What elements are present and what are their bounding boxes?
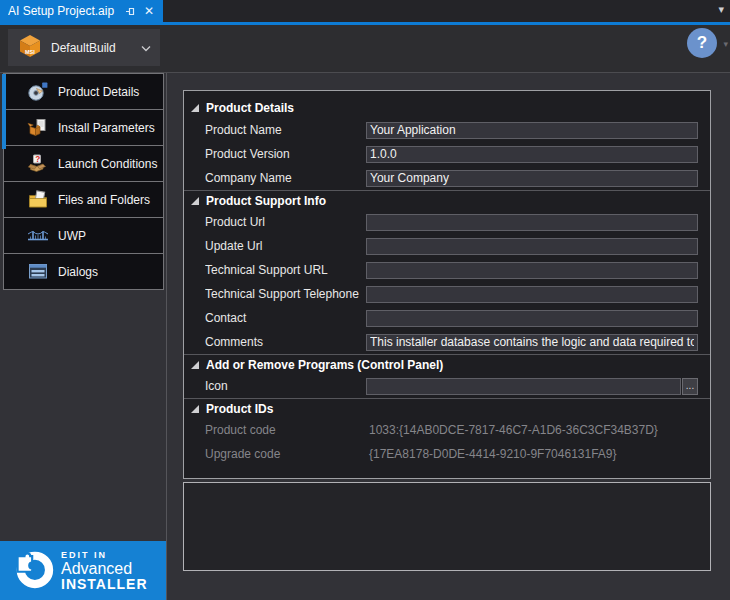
- property-row-product-url: Product Url: [184, 210, 710, 234]
- property-row-comments: Comments: [184, 330, 710, 354]
- dialog-window-icon: [27, 262, 49, 282]
- product-url-input[interactable]: [366, 214, 698, 231]
- badge-text: EDIT IN Advanced INSTALLER: [61, 550, 148, 591]
- folder-icon: [27, 190, 49, 210]
- property-label: Upgrade code: [205, 447, 366, 461]
- contact-input[interactable]: [366, 310, 698, 327]
- close-icon[interactable]: ✕: [142, 4, 156, 18]
- badge-installer: INSTALLER: [61, 577, 148, 591]
- property-field: 1033:{14AB0DCE-7817-46C7-A1D6-36C3CF34B3…: [366, 423, 698, 437]
- group-header-product-ids[interactable]: Product IDs: [184, 398, 710, 418]
- msi-package-icon: MSI: [17, 33, 43, 62]
- product-version-input[interactable]: [366, 146, 698, 163]
- property-label: Update Url: [205, 239, 366, 253]
- sidebar-item-dialogs[interactable]: Dialogs: [3, 253, 164, 290]
- main-area: Product DetailsInstall Parameters?Launch…: [0, 73, 730, 600]
- browse-button[interactable]: ...: [682, 378, 698, 395]
- tab-ai-setup-project[interactable]: AI Setup Project.aip ✕: [0, 0, 163, 22]
- property-label: Product code: [205, 423, 366, 437]
- sidebar-item-label: Product Details: [58, 85, 139, 99]
- collapse-triangle-icon: [191, 361, 199, 369]
- property-label: Technical Support Telephone: [205, 287, 366, 301]
- property-grid: Product DetailsProduct NameProduct Versi…: [183, 90, 711, 479]
- install-box-icon: [27, 118, 49, 138]
- property-row-product-version: Product Version: [184, 142, 710, 166]
- collapse-triangle-icon: [191, 104, 199, 112]
- property-row-product-name: Product Name: [184, 118, 710, 142]
- group-header-product-support-info[interactable]: Product Support Info: [184, 190, 710, 210]
- comments-input[interactable]: [366, 334, 698, 351]
- property-field: ...: [366, 378, 698, 395]
- advanced-installer-logo-icon: [13, 548, 55, 593]
- sidebar-item-uwp[interactable]: UWP: [3, 217, 164, 254]
- content-area: Product DetailsProduct NameProduct Versi…: [167, 73, 730, 600]
- technical-support-url-input[interactable]: [366, 262, 698, 279]
- sidebar-item-label: Launch Conditions: [58, 157, 157, 171]
- description-box: [183, 482, 711, 571]
- property-row-company-name: Company Name: [184, 166, 710, 190]
- help-menu-chevron-icon[interactable]: ▾: [723, 39, 728, 49]
- sidebar-item-label: UWP: [58, 229, 86, 243]
- property-row-upgrade-code: Upgrade code{17EA8178-D0DE-4414-9210-9F7…: [184, 442, 710, 466]
- icon-input[interactable]: [366, 378, 681, 395]
- property-field: [366, 286, 698, 303]
- property-row-icon: Icon...: [184, 374, 710, 398]
- property-label: Icon: [205, 379, 366, 393]
- selected-page-accent: [2, 74, 6, 149]
- property-row-product-code: Product code1033:{14AB0DCE-7817-46C7-A1D…: [184, 418, 710, 442]
- build-selector-value: DefaultBuild: [51, 41, 141, 55]
- update-url-input[interactable]: [366, 238, 698, 255]
- group-title: Product IDs: [206, 402, 273, 416]
- product-details-disc-icon: [27, 82, 49, 102]
- sidebar-item-label: Install Parameters: [58, 121, 155, 135]
- company-name-input[interactable]: [366, 170, 698, 187]
- readonly-value: 1033:{14AB0DCE-7817-46C7-A1D6-36C3CF34B3…: [366, 423, 658, 437]
- launch-conditions-box-icon: ?: [27, 154, 49, 174]
- tab-list-chevron-icon[interactable]: ▾: [718, 3, 724, 16]
- readonly-value: {17EA8178-D0DE-4414-9210-9F7046131FA9}: [366, 447, 617, 461]
- property-label: Product Version: [205, 147, 366, 161]
- property-label: Product Name: [205, 123, 366, 137]
- property-field: [366, 262, 698, 279]
- group-title: Add or Remove Programs (Control Panel): [206, 358, 443, 372]
- chevron-down-icon: [141, 41, 151, 55]
- sidebar-item-launch-conditions[interactable]: ?Launch Conditions: [3, 145, 164, 182]
- sidebar-item-label: Dialogs: [58, 265, 98, 279]
- badge-advanced: Advanced: [61, 561, 148, 577]
- property-label: Product Url: [205, 215, 366, 229]
- tab-strip: AI Setup Project.aip ✕ ▾: [0, 0, 730, 22]
- property-row-contact: Contact: [184, 306, 710, 330]
- collapse-triangle-icon: [191, 405, 199, 413]
- help-button[interactable]: ?: [687, 28, 717, 58]
- svg-text:MSI: MSI: [25, 49, 35, 55]
- property-field: [366, 146, 698, 163]
- property-row-update-url: Update Url: [184, 234, 710, 258]
- help-question-icon: ?: [697, 33, 707, 53]
- property-row-technical-support-url: Technical Support URL: [184, 258, 710, 282]
- tab-title: AI Setup Project.aip: [8, 4, 121, 18]
- product-name-input[interactable]: [366, 122, 698, 139]
- sidebar-item-label: Files and Folders: [58, 193, 150, 207]
- bridge-icon: [27, 226, 49, 246]
- collapse-triangle-icon: [191, 197, 199, 205]
- property-field: [366, 238, 698, 255]
- property-label: Contact: [205, 311, 366, 325]
- advanced-installer-badge[interactable]: EDIT IN Advanced INSTALLER: [0, 541, 166, 600]
- group-header-product-details[interactable]: Product Details: [184, 98, 710, 118]
- build-selector[interactable]: MSI DefaultBuild: [8, 29, 160, 66]
- property-field: [366, 310, 698, 327]
- property-row-technical-support-telephone: Technical Support Telephone: [184, 282, 710, 306]
- pin-icon[interactable]: [125, 6, 136, 17]
- sidebar-item-install-parameters[interactable]: Install Parameters: [3, 109, 164, 146]
- property-field: [366, 214, 698, 231]
- sidebar-item-product-details[interactable]: Product Details: [3, 73, 164, 110]
- sidebar-item-files-and-folders[interactable]: Files and Folders: [3, 181, 164, 218]
- sidebar: Product DetailsInstall Parameters?Launch…: [0, 73, 167, 600]
- group-title: Product Details: [206, 101, 294, 115]
- group-title: Product Support Info: [206, 194, 326, 208]
- svg-text:?: ?: [35, 155, 40, 164]
- technical-support-telephone-input[interactable]: [366, 286, 698, 303]
- group-header-add-or-remove-programs-control-panel-[interactable]: Add or Remove Programs (Control Panel): [184, 354, 710, 374]
- property-label: Technical Support URL: [205, 263, 366, 277]
- property-label: Comments: [205, 335, 366, 349]
